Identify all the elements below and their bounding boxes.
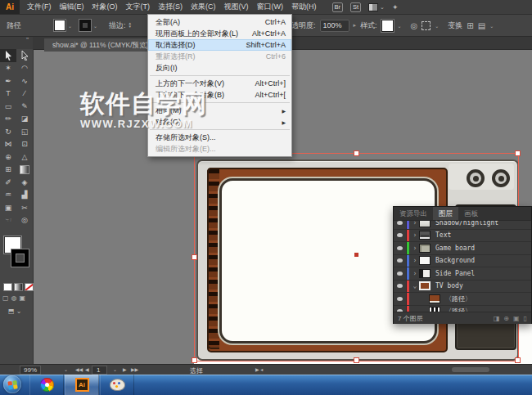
more-options-dropdown-icon[interactable]: ⌄ [489, 23, 494, 29]
last-artboard-icon[interactable]: ▶▶ [131, 366, 138, 372]
pen-tool[interactable]: ✒ [0, 74, 16, 88]
expand-arrow-icon[interactable]: › [411, 257, 419, 264]
draw-inside-icon[interactable]: ▣ [20, 294, 26, 302]
visibility-eye-icon[interactable] [394, 267, 407, 280]
selection-handle[interactable] [354, 150, 359, 156]
column-graph-tool[interactable]: ▟ [16, 189, 33, 202]
line-segment-tool[interactable]: ∕ [16, 88, 33, 101]
layer-name[interactable]: Game board [435, 245, 475, 252]
eraser-tool[interactable]: ◪ [16, 113, 33, 126]
taskbar-app-media[interactable] [29, 375, 64, 395]
menubar-item[interactable]: 帮助(H) [287, 0, 321, 14]
isolate-icon[interactable]: ▤ [478, 21, 485, 30]
layer-row[interactable]: ⌄TV body [394, 281, 531, 294]
hand-tool[interactable]: ☜ [0, 214, 16, 227]
taskbar-app-illustrator[interactable]: Ai [65, 375, 99, 395]
layer-name[interactable]: TV body [435, 282, 463, 290]
expand-arrow-icon[interactable]: › [411, 245, 419, 252]
cs-live-icon[interactable]: ✦ [392, 3, 399, 11]
layer-thumbnail[interactable] [419, 281, 431, 290]
gradient-tool[interactable] [16, 164, 33, 177]
type-tool[interactable]: T [0, 88, 16, 101]
select-menu-item[interactable]: 存储所选对象(S)... [148, 132, 291, 143]
direct-selection-tool[interactable] [16, 49, 33, 62]
select-menu-item[interactable]: 相同(M)▶ [148, 105, 291, 116]
draw-behind-icon[interactable]: ◍ [11, 294, 17, 302]
stroke-color-swatch[interactable] [79, 20, 91, 31]
color-button[interactable] [3, 283, 12, 291]
visibility-eye-icon[interactable] [394, 306, 407, 312]
menubar-item[interactable]: 窗口(W) [253, 0, 288, 14]
eyedropper-tool[interactable]: ✐ [0, 176, 16, 189]
draw-normal-icon[interactable]: ▢ [2, 294, 9, 302]
new-layer-icon[interactable]: ▣ [513, 315, 520, 322]
bridge-button[interactable]: Br [332, 2, 344, 12]
new-sublayer-icon[interactable]: ⊕ [503, 315, 509, 322]
layer-thumbnail[interactable] [419, 244, 431, 253]
tv-knob-left[interactable] [467, 169, 485, 187]
stock-button[interactable]: St [350, 2, 361, 12]
layer-row[interactable]: ›Background [394, 255, 531, 268]
rotate-tool[interactable]: ↻ [0, 125, 16, 138]
screen-mode-button[interactable]: ⬒ ⌄ [8, 307, 21, 315]
pencil-tool[interactable]: ✏ [0, 113, 16, 126]
select-menu-item[interactable]: 取消选择(D)Shift+Ctrl+A [148, 39, 291, 51]
mesh-tool[interactable]: ⊞ [0, 164, 16, 177]
layer-name[interactable]: Side Panel [435, 270, 475, 277]
tools-panel-collapse-icon[interactable]: ” [0, 36, 33, 49]
magic-wand-tool[interactable]: ✶ [0, 62, 16, 75]
layers-tab[interactable]: 资源导出 [394, 207, 433, 220]
paintbrush-tool[interactable]: ✎ [16, 100, 33, 113]
style-swatch[interactable] [381, 20, 394, 32]
delete-layer-icon[interactable]: ▯ [524, 315, 527, 322]
gradient-button[interactable] [14, 283, 23, 291]
layer-name[interactable]: Background [435, 257, 475, 264]
artboard-tool[interactable]: ▣ [0, 201, 16, 214]
tv-knob-right[interactable] [492, 169, 510, 187]
rectangle-tool[interactable]: ▭ [0, 100, 16, 113]
layer-thumbnail[interactable] [429, 294, 440, 303]
select-menu-item[interactable]: 上方的下一个对象(V)Alt+Ctrl+] [148, 78, 291, 89]
taskbar-app-paint[interactable] [100, 375, 134, 395]
selection-tool[interactable] [0, 49, 16, 62]
artboard-number-value[interactable]: 1 [92, 366, 107, 375]
menubar-item[interactable]: 对象(O) [88, 0, 122, 14]
fill-color-swatch[interactable] [54, 20, 65, 31]
first-artboard-icon[interactable]: ◀◀ [75, 366, 83, 372]
width-tool[interactable]: ⋈ [0, 138, 16, 151]
document-tab[interactable]: show.ai* @ 111% (CMYK/预览) [44, 38, 157, 52]
none-button[interactable] [25, 283, 34, 291]
start-button[interactable] [3, 375, 21, 393]
layer-name[interactable]: Text [435, 231, 451, 239]
layers-tab[interactable]: 图层 [433, 207, 458, 220]
recolor-artwork-icon[interactable]: ◎ [411, 21, 418, 30]
zoom-level-value[interactable]: 99% [20, 366, 41, 375]
expand-arrow-icon[interactable]: ⌄ [411, 282, 419, 290]
horizontal-scrollbar-thumb[interactable] [452, 367, 489, 372]
expand-arrow-icon[interactable]: › [411, 221, 419, 227]
select-menu-item[interactable]: 对象(O)▶ [148, 116, 291, 128]
stroke-dropdown-icon[interactable]: ⌄ [93, 23, 97, 29]
layer-thumbnail[interactable] [419, 269, 431, 278]
fill-dropdown-icon[interactable]: ⌄ [68, 23, 72, 29]
visibility-eye-icon[interactable] [394, 230, 407, 242]
layer-name[interactable]: Shadow/highlight [435, 221, 498, 227]
stroke-weight-stepper[interactable]: ▲▼ [128, 22, 132, 29]
workspace-switcher-button[interactable]: ⌄ [368, 3, 385, 11]
tv-side-slats[interactable] [207, 168, 219, 349]
opacity-value[interactable]: 100% [320, 20, 349, 32]
align-panel-icon[interactable]: ⊞ [467, 21, 473, 30]
menubar-item[interactable]: 编辑(E) [56, 0, 88, 14]
layer-row[interactable]: 〈路径〉 [394, 306, 531, 312]
selection-center-point[interactable] [354, 253, 358, 257]
selection-handle[interactable] [354, 357, 359, 363]
zoom-tool[interactable]: ◎ [16, 214, 33, 227]
expand-arrow-icon[interactable]: › [411, 231, 419, 239]
select-menu-item[interactable]: 反向(I) [148, 62, 291, 74]
slice-tool[interactable]: ✂ [16, 201, 33, 214]
menubar-item[interactable]: 视图(V) [220, 0, 253, 14]
layer-row[interactable]: ›Text [394, 230, 531, 243]
menubar-item[interactable]: 文字(T) [122, 0, 155, 14]
layer-row[interactable]: 〈路径〉 [394, 293, 531, 306]
symbol-sprayer-tool[interactable]: ♒ [0, 189, 16, 202]
